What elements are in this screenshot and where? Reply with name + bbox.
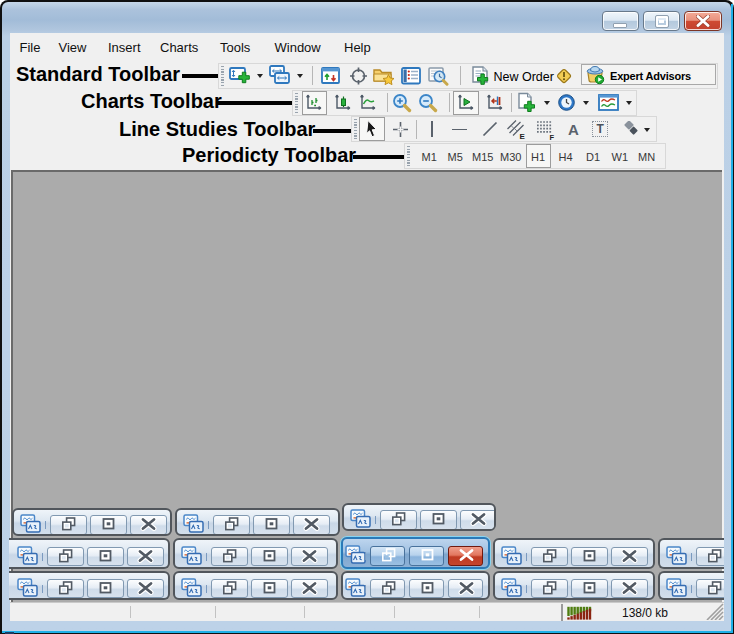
svg-text:F: F (550, 133, 555, 141)
svg-text:E: E (520, 132, 526, 140)
